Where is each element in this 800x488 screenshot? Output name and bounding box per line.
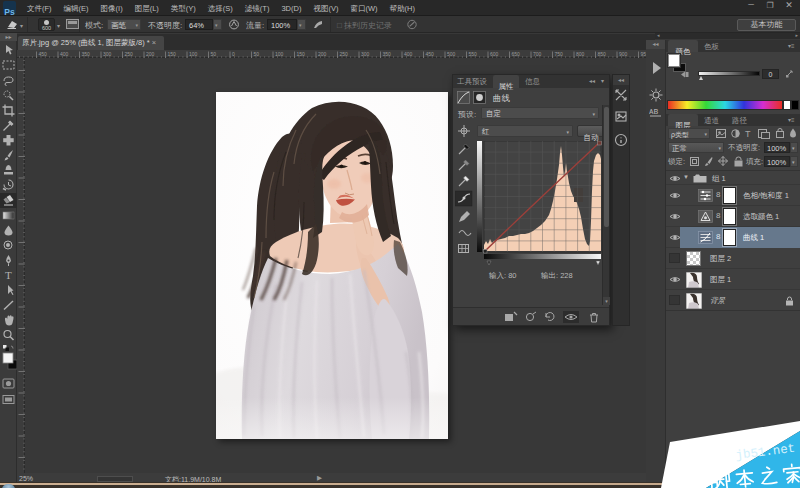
svg-text:0: 0 [232, 51, 235, 57]
svg-text:700: 700 [533, 51, 542, 57]
svg-text:T: T [5, 269, 12, 281]
svg-text:100: 100 [275, 51, 284, 57]
svg-text:50: 50 [254, 51, 260, 57]
svg-text:600: 600 [490, 51, 499, 57]
svg-text:150: 150 [297, 51, 306, 57]
svg-text:400: 400 [404, 51, 413, 57]
svg-text:300: 300 [361, 51, 370, 57]
svg-text:350: 350 [82, 51, 91, 57]
svg-text:450: 450 [426, 51, 435, 57]
svg-text:400: 400 [60, 51, 69, 57]
svg-text:100: 100 [189, 51, 198, 57]
svg-text:500: 500 [447, 51, 456, 57]
svg-text:350: 350 [383, 51, 392, 57]
svg-text:850: 850 [598, 51, 607, 57]
svg-text:250: 250 [125, 51, 134, 57]
svg-text:200: 200 [146, 51, 155, 57]
svg-text:T: T [745, 129, 751, 139]
svg-text:650: 650 [512, 51, 521, 57]
svg-text:250: 250 [340, 51, 349, 57]
svg-text:200: 200 [318, 51, 327, 57]
svg-text:300: 300 [103, 51, 112, 57]
svg-text:800: 800 [576, 51, 585, 57]
svg-text:550: 550 [469, 51, 478, 57]
svg-text:ᴀʙ: ᴀʙ [649, 106, 658, 116]
svg-text:450: 450 [39, 51, 48, 57]
svg-text:50: 50 [211, 51, 217, 57]
svg-text:900: 900 [619, 51, 628, 57]
svg-text:150: 150 [168, 51, 177, 57]
svg-text:750: 750 [555, 51, 564, 57]
